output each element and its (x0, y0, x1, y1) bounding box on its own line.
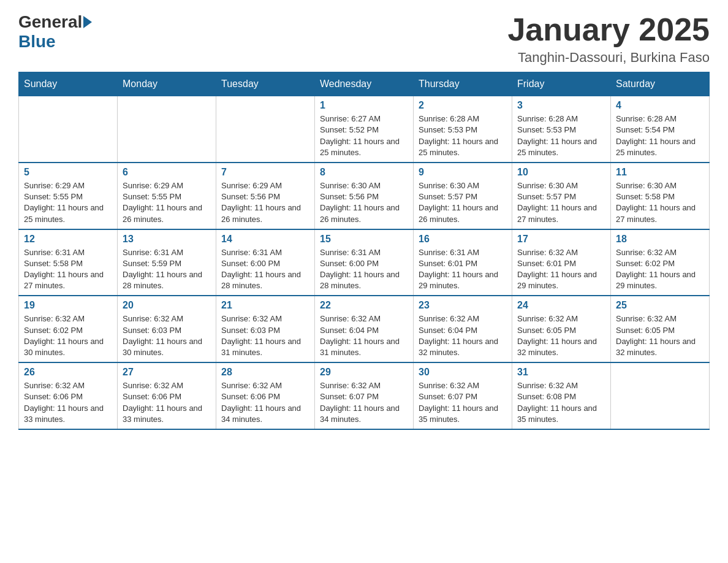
day-info: Sunrise: 6:32 AMSunset: 6:06 PMDaylight:… (123, 381, 202, 424)
day-info: Sunrise: 6:31 AMSunset: 6:00 PMDaylight:… (221, 248, 301, 291)
day-number: 3 (517, 100, 605, 111)
calendar-header-saturday: Saturday (611, 72, 710, 96)
day-number: 2 (419, 100, 507, 111)
day-number: 29 (320, 367, 408, 378)
day-info: Sunrise: 6:28 AMSunset: 5:54 PMDaylight:… (616, 114, 696, 157)
calendar-cell: 2Sunrise: 6:28 AMSunset: 5:53 PMDaylight… (414, 96, 512, 163)
day-number: 10 (517, 167, 605, 178)
day-info: Sunrise: 6:31 AMSunset: 5:59 PMDaylight:… (123, 248, 202, 291)
logo-triangle-icon (83, 16, 92, 28)
day-number: 18 (616, 234, 704, 245)
day-number: 31 (517, 367, 605, 378)
day-number: 12 (24, 234, 112, 245)
calendar-cell: 16Sunrise: 6:31 AMSunset: 6:01 PMDayligh… (414, 229, 512, 296)
day-number: 7 (221, 167, 309, 178)
calendar-cell: 7Sunrise: 6:29 AMSunset: 5:56 PMDaylight… (216, 163, 315, 229)
day-info: Sunrise: 6:31 AMSunset: 6:00 PMDaylight:… (320, 248, 400, 291)
calendar-cell: 25Sunrise: 6:32 AMSunset: 6:05 PMDayligh… (611, 296, 710, 362)
day-number: 6 (123, 167, 211, 178)
day-number: 17 (517, 234, 605, 245)
calendar-cell: 23Sunrise: 6:32 AMSunset: 6:04 PMDayligh… (414, 296, 512, 362)
day-info: Sunrise: 6:32 AMSunset: 6:05 PMDaylight:… (616, 314, 696, 357)
day-number: 22 (320, 300, 408, 311)
day-number: 15 (320, 234, 408, 245)
day-number: 25 (616, 300, 704, 311)
calendar-cell (611, 362, 710, 429)
calendar-cell: 31Sunrise: 6:32 AMSunset: 6:08 PMDayligh… (512, 362, 611, 429)
day-info: Sunrise: 6:32 AMSunset: 6:02 PMDaylight:… (616, 248, 696, 291)
calendar-week-row: 5Sunrise: 6:29 AMSunset: 5:55 PMDaylight… (19, 163, 710, 229)
logo: General Blue (18, 12, 93, 52)
page-header: General Blue January 2025 Tanghin-Dassou… (18, 12, 710, 66)
calendar-cell: 24Sunrise: 6:32 AMSunset: 6:05 PMDayligh… (512, 296, 611, 362)
day-number: 13 (123, 234, 211, 245)
day-info: Sunrise: 6:32 AMSunset: 6:04 PMDaylight:… (419, 314, 498, 357)
day-number: 24 (517, 300, 605, 311)
day-info: Sunrise: 6:30 AMSunset: 5:58 PMDaylight:… (616, 181, 696, 224)
day-info: Sunrise: 6:32 AMSunset: 6:05 PMDaylight:… (517, 314, 597, 357)
day-info: Sunrise: 6:32 AMSunset: 6:03 PMDaylight:… (123, 314, 202, 357)
calendar-cell: 22Sunrise: 6:32 AMSunset: 6:04 PMDayligh… (315, 296, 414, 362)
main-title: January 2025 (507, 12, 710, 47)
calendar-cell (19, 96, 118, 163)
day-info: Sunrise: 6:32 AMSunset: 6:02 PMDaylight:… (24, 314, 104, 357)
calendar-cell: 27Sunrise: 6:32 AMSunset: 6:06 PMDayligh… (118, 362, 216, 429)
day-info: Sunrise: 6:32 AMSunset: 6:01 PMDaylight:… (517, 248, 597, 291)
day-number: 5 (24, 167, 112, 178)
day-number: 14 (221, 234, 309, 245)
calendar-cell: 15Sunrise: 6:31 AMSunset: 6:00 PMDayligh… (315, 229, 414, 296)
day-number: 1 (320, 100, 408, 111)
day-number: 9 (419, 167, 507, 178)
day-info: Sunrise: 6:32 AMSunset: 6:06 PMDaylight:… (24, 381, 104, 424)
calendar-cell: 14Sunrise: 6:31 AMSunset: 6:00 PMDayligh… (216, 229, 315, 296)
day-info: Sunrise: 6:27 AMSunset: 5:52 PMDaylight:… (320, 114, 400, 157)
calendar-table: SundayMondayTuesdayWednesdayThursdayFrid… (18, 72, 710, 430)
calendar-cell: 28Sunrise: 6:32 AMSunset: 6:06 PMDayligh… (216, 362, 315, 429)
calendar-cell: 3Sunrise: 6:28 AMSunset: 5:53 PMDaylight… (512, 96, 611, 163)
day-info: Sunrise: 6:32 AMSunset: 6:03 PMDaylight:… (221, 314, 301, 357)
day-number: 26 (24, 367, 112, 378)
calendar-cell (118, 96, 216, 163)
day-info: Sunrise: 6:31 AMSunset: 6:01 PMDaylight:… (419, 248, 498, 291)
day-number: 11 (616, 167, 704, 178)
day-info: Sunrise: 6:28 AMSunset: 5:53 PMDaylight:… (419, 114, 498, 157)
day-number: 20 (123, 300, 211, 311)
day-info: Sunrise: 6:29 AMSunset: 5:55 PMDaylight:… (123, 181, 202, 224)
calendar-header-friday: Friday (512, 72, 611, 96)
calendar-cell: 17Sunrise: 6:32 AMSunset: 6:01 PMDayligh… (512, 229, 611, 296)
day-number: 30 (419, 367, 507, 378)
day-info: Sunrise: 6:28 AMSunset: 5:53 PMDaylight:… (517, 114, 597, 157)
day-info: Sunrise: 6:30 AMSunset: 5:57 PMDaylight:… (419, 181, 498, 224)
calendar-cell: 20Sunrise: 6:32 AMSunset: 6:03 PMDayligh… (118, 296, 216, 362)
calendar-cell: 9Sunrise: 6:30 AMSunset: 5:57 PMDaylight… (414, 163, 512, 229)
day-info: Sunrise: 6:32 AMSunset: 6:04 PMDaylight:… (320, 314, 400, 357)
calendar-cell: 5Sunrise: 6:29 AMSunset: 5:55 PMDaylight… (19, 163, 118, 229)
day-info: Sunrise: 6:32 AMSunset: 6:07 PMDaylight:… (320, 381, 400, 424)
calendar-header-monday: Monday (118, 72, 216, 96)
calendar-header-wednesday: Wednesday (315, 72, 414, 96)
calendar-cell: 10Sunrise: 6:30 AMSunset: 5:57 PMDayligh… (512, 163, 611, 229)
calendar-cell: 18Sunrise: 6:32 AMSunset: 6:02 PMDayligh… (611, 229, 710, 296)
calendar-cell: 6Sunrise: 6:29 AMSunset: 5:55 PMDaylight… (118, 163, 216, 229)
day-info: Sunrise: 6:32 AMSunset: 6:08 PMDaylight:… (517, 381, 597, 424)
logo-general: General (18, 12, 82, 32)
calendar-cell: 19Sunrise: 6:32 AMSunset: 6:02 PMDayligh… (19, 296, 118, 362)
calendar-cell: 13Sunrise: 6:31 AMSunset: 5:59 PMDayligh… (118, 229, 216, 296)
calendar-header-row: SundayMondayTuesdayWednesdayThursdayFrid… (19, 72, 710, 96)
day-number: 27 (123, 367, 211, 378)
day-info: Sunrise: 6:32 AMSunset: 6:06 PMDaylight:… (221, 381, 301, 424)
day-number: 8 (320, 167, 408, 178)
day-info: Sunrise: 6:29 AMSunset: 5:55 PMDaylight:… (24, 181, 104, 224)
calendar-cell: 8Sunrise: 6:30 AMSunset: 5:56 PMDaylight… (315, 163, 414, 229)
calendar-cell: 30Sunrise: 6:32 AMSunset: 6:07 PMDayligh… (414, 362, 512, 429)
day-number: 16 (419, 234, 507, 245)
day-info: Sunrise: 6:32 AMSunset: 6:07 PMDaylight:… (419, 381, 498, 424)
calendar-cell: 26Sunrise: 6:32 AMSunset: 6:06 PMDayligh… (19, 362, 118, 429)
day-number: 23 (419, 300, 507, 311)
day-info: Sunrise: 6:29 AMSunset: 5:56 PMDaylight:… (221, 181, 301, 224)
day-number: 21 (221, 300, 309, 311)
calendar-header-sunday: Sunday (19, 72, 118, 96)
calendar-week-row: 19Sunrise: 6:32 AMSunset: 6:02 PMDayligh… (19, 296, 710, 362)
day-number: 19 (24, 300, 112, 311)
day-number: 4 (616, 100, 704, 111)
